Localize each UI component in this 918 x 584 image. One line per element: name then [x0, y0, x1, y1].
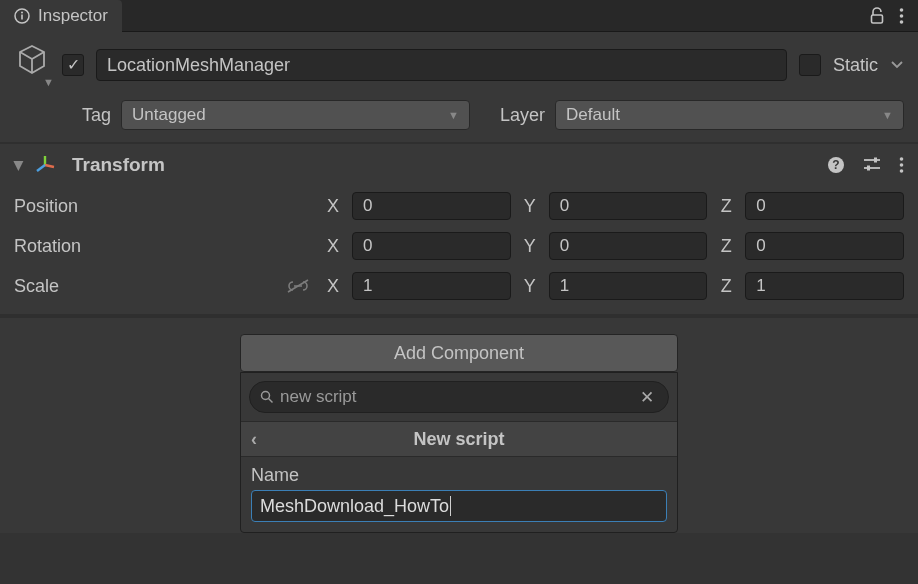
position-label: Position — [14, 196, 314, 217]
gameobject-icon[interactable] — [14, 42, 50, 78]
info-icon — [14, 8, 30, 24]
svg-line-9 — [37, 165, 45, 171]
scale-z-field[interactable]: 1 — [745, 272, 904, 300]
svg-rect-15 — [867, 166, 870, 171]
tag-value: Untagged — [132, 105, 206, 125]
layer-label: Layer — [500, 105, 545, 126]
axis-x: X — [322, 276, 344, 297]
axis-x: X — [322, 196, 344, 217]
svg-point-20 — [262, 392, 270, 400]
script-name-input[interactable]: MeshDownload_HowTo — [251, 490, 667, 522]
svg-point-16 — [900, 157, 904, 161]
static-checkbox[interactable] — [799, 54, 821, 76]
active-checkbox[interactable]: ✓ — [62, 54, 84, 76]
position-row: Position X 0 Y 0 Z 0 — [0, 186, 918, 226]
tab-bar: Inspector — [0, 0, 918, 32]
popup-title-bar: ‹ New script — [241, 421, 677, 457]
rotation-y-field[interactable]: 0 — [549, 232, 708, 260]
position-y-field[interactable]: 0 — [549, 192, 708, 220]
svg-point-5 — [900, 14, 904, 18]
icon-picker-chevron[interactable]: ▼ — [43, 76, 54, 88]
add-component-button[interactable]: Add Component — [240, 334, 678, 372]
axis-z: Z — [715, 276, 737, 297]
kebab-menu-icon[interactable] — [899, 7, 904, 25]
popup-title: New script — [413, 429, 504, 450]
script-name-label: Name — [251, 465, 667, 486]
rotation-x-field[interactable]: 0 — [352, 232, 511, 260]
static-dropdown-chevron[interactable] — [890, 61, 904, 69]
tag-label: Tag — [82, 105, 111, 126]
tab-actions — [869, 7, 918, 25]
rotation-row: Rotation X 0 Y 0 Z 0 — [0, 226, 918, 266]
inspector-tab[interactable]: Inspector — [0, 0, 122, 32]
tab-title: Inspector — [38, 6, 108, 26]
axis-z: Z — [715, 236, 737, 257]
rotation-z-field[interactable]: 0 — [745, 232, 904, 260]
script-name-value: MeshDownload_HowTo — [260, 496, 449, 517]
scale-label: Scale — [14, 276, 59, 297]
gameobject-name-text: LocationMeshManager — [107, 55, 290, 76]
add-component-popup: new script ✕ ‹ New script Name MeshDownl… — [240, 372, 678, 533]
axis-y: Y — [519, 196, 541, 217]
clear-search-icon[interactable]: ✕ — [636, 387, 658, 408]
svg-rect-2 — [21, 14, 23, 19]
unlock-icon[interactable] — [869, 7, 885, 25]
search-icon — [260, 390, 274, 404]
check-icon: ✓ — [67, 57, 80, 73]
chevron-down-icon: ▼ — [448, 109, 459, 121]
axis-y: Y — [519, 276, 541, 297]
static-label: Static — [833, 55, 878, 76]
transform-header[interactable]: ▶ Transform ? — [0, 144, 918, 186]
svg-point-18 — [900, 169, 904, 173]
scale-row: Scale X 1 Y 1 Z 1 — [0, 266, 918, 306]
svg-line-21 — [269, 399, 273, 403]
foldout-icon: ▶ — [12, 160, 27, 170]
axis-x: X — [322, 236, 344, 257]
axis-y: Y — [519, 236, 541, 257]
transform-icon — [34, 154, 56, 176]
layer-value: Default — [566, 105, 620, 125]
scale-x-field[interactable]: 1 — [352, 272, 511, 300]
position-z-field[interactable]: 0 — [745, 192, 904, 220]
kebab-menu-icon[interactable] — [899, 156, 904, 174]
transform-title: Transform — [72, 154, 817, 176]
rotation-label: Rotation — [14, 236, 314, 257]
svg-rect-3 — [872, 15, 883, 23]
position-x-field[interactable]: 0 — [352, 192, 511, 220]
svg-rect-14 — [874, 158, 877, 163]
svg-text:?: ? — [832, 158, 839, 172]
svg-line-8 — [45, 165, 54, 167]
svg-point-6 — [900, 20, 904, 24]
add-component-label: Add Component — [394, 343, 524, 364]
layer-dropdown[interactable]: Default ▼ — [555, 100, 904, 130]
help-icon[interactable]: ? — [827, 156, 845, 174]
svg-point-17 — [900, 163, 904, 167]
back-icon[interactable]: ‹ — [251, 429, 257, 450]
gameobject-name-field[interactable]: LocationMeshManager — [96, 49, 787, 81]
scale-y-field[interactable]: 1 — [549, 272, 708, 300]
component-search-input[interactable]: new script ✕ — [249, 381, 669, 413]
axis-z: Z — [715, 196, 737, 217]
svg-point-1 — [21, 11, 23, 13]
tag-layer-row: Tag Untagged ▼ Layer Default ▼ — [0, 96, 918, 142]
preset-icon[interactable] — [863, 157, 881, 173]
search-text: new script — [280, 387, 630, 407]
gameobject-header: ▼ ✓ LocationMeshManager Static — [0, 32, 918, 96]
chevron-down-icon: ▼ — [882, 109, 893, 121]
constrain-proportions-icon[interactable] — [286, 278, 310, 294]
tag-dropdown[interactable]: Untagged ▼ — [121, 100, 470, 130]
svg-point-4 — [900, 8, 904, 12]
